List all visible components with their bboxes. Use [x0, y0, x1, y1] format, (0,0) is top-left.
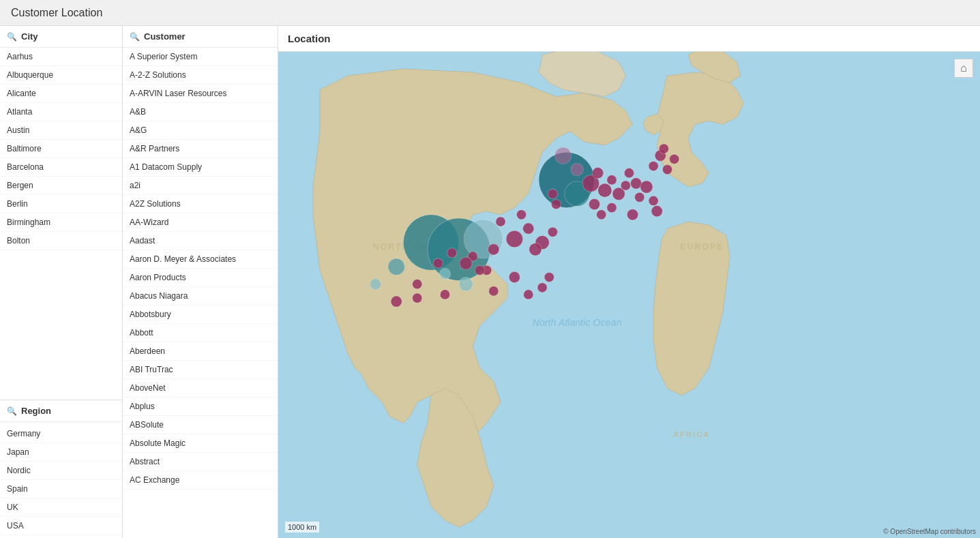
- svg-point-19: [459, 278, 473, 291]
- svg-point-39: [598, 183, 612, 197]
- left-panel: 🔍 City AarhusAlbuquerqueAlicanteAtlantaA…: [0, 26, 123, 538]
- svg-point-40: [607, 175, 617, 185]
- region-filter-list[interactable]: GermanyJapanNordicSpainUKUSA: [0, 422, 122, 538]
- city-list-item[interactable]: Berlin: [0, 195, 122, 213]
- customer-list-item[interactable]: Aaron D. Meyer & Associates: [123, 250, 278, 269]
- svg-point-42: [621, 181, 630, 190]
- city-list-item[interactable]: Austin: [0, 121, 122, 140]
- city-list-item[interactable]: Barcelona: [0, 158, 122, 177]
- customer-list-item[interactable]: AA-Wizard: [123, 213, 278, 232]
- city-list-item[interactable]: Birmingham: [0, 213, 122, 232]
- region-filter-section: 🔍 Region GermanyJapanNordicSpainUKUSA: [0, 400, 122, 538]
- customer-list-item[interactable]: A Superior System: [123, 48, 278, 66]
- customer-list-item[interactable]: Absolute Magic: [123, 434, 278, 453]
- attribution-text: © OpenStreetMap contributors: [883, 528, 976, 535]
- svg-point-34: [433, 258, 443, 268]
- region-search-icon: 🔍: [7, 406, 17, 416]
- customer-list-item[interactable]: ABSolute: [123, 416, 278, 434]
- customer-list-item[interactable]: Abplus: [123, 398, 278, 416]
- customer-list-item[interactable]: Abacus Niagara: [123, 287, 278, 305]
- svg-point-60: [571, 163, 583, 175]
- svg-point-45: [635, 192, 644, 202]
- svg-point-6: [370, 279, 381, 290]
- svg-point-21: [391, 296, 402, 307]
- city-search-icon: 🔍: [7, 32, 17, 42]
- svg-point-50: [597, 210, 606, 220]
- city-filter-list[interactable]: AarhusAlbuquerqueAlicanteAtlantaAustinBa…: [0, 48, 122, 400]
- svg-point-54: [548, 189, 557, 198]
- svg-point-49: [589, 198, 599, 209]
- svg-point-29: [524, 290, 533, 299]
- customer-list-item[interactable]: A-2-Z Solutions: [123, 66, 278, 85]
- svg-point-52: [627, 209, 638, 220]
- city-list-item[interactable]: Baltimore: [0, 140, 122, 158]
- customer-list-item[interactable]: AC Exchange: [123, 471, 278, 490]
- svg-text:EUROPE: EUROPE: [681, 242, 724, 252]
- svg-point-48: [651, 206, 662, 217]
- region-filter-header: 🔍 Region: [0, 400, 122, 422]
- city-filter-header: 🔍 City: [0, 26, 122, 48]
- svg-point-27: [544, 272, 554, 282]
- svg-point-32: [460, 257, 472, 269]
- city-list-item[interactable]: Alicante: [0, 85, 122, 103]
- svg-point-55: [649, 161, 658, 170]
- customer-filter-label: Customer: [144, 31, 185, 42]
- customer-list-item[interactable]: A&G: [123, 121, 278, 140]
- svg-point-51: [607, 203, 617, 213]
- customer-list-item[interactable]: Aberdeen: [123, 342, 278, 361]
- customer-list-item[interactable]: A&B: [123, 103, 278, 121]
- customer-list-item[interactable]: AboveNet: [123, 379, 278, 398]
- map-panel: Location North Atl: [278, 26, 980, 538]
- customer-list-item[interactable]: Abstract: [123, 453, 278, 471]
- svg-point-38: [593, 168, 604, 179]
- city-filter-section: 🔍 City AarhusAlbuquerqueAlicanteAtlantaA…: [0, 26, 122, 400]
- map-content: North Atlantic Ocean NORTH AMERICA EUROP…: [278, 52, 980, 538]
- customer-list-item[interactable]: Abbott: [123, 324, 278, 342]
- svg-point-43: [624, 168, 634, 178]
- city-list-item[interactable]: Albuquerque: [0, 66, 122, 85]
- region-list-item[interactable]: Spain: [0, 480, 122, 498]
- svg-point-17: [488, 244, 499, 255]
- customer-list-item[interactable]: A&R Partners: [123, 140, 278, 158]
- customer-list-item[interactable]: A2Z Solutions: [123, 195, 278, 213]
- region-list-item[interactable]: UK: [0, 498, 122, 517]
- svg-text:North Atlantic Ocean: North Atlantic Ocean: [533, 317, 622, 328]
- svg-point-5: [388, 258, 404, 275]
- map-title: Location: [278, 26, 980, 52]
- customer-list-item[interactable]: ABI TruTrac: [123, 361, 278, 379]
- svg-point-57: [662, 164, 672, 174]
- svg-point-11: [523, 223, 534, 234]
- svg-text:AFRICA: AFRICA: [673, 430, 711, 438]
- svg-point-28: [537, 283, 547, 293]
- city-list-item[interactable]: Aarhus: [0, 48, 122, 66]
- map-svg: North Atlantic Ocean NORTH AMERICA EUROP…: [278, 52, 980, 538]
- customer-list-item[interactable]: A-ARVIN Laser Resources: [123, 85, 278, 103]
- region-filter-label: Region: [21, 406, 51, 416]
- customer-panel: 🔍 Customer A Superior SystemA-2-Z Soluti…: [123, 26, 278, 538]
- region-list-item[interactable]: Nordic: [0, 462, 122, 480]
- svg-point-58: [670, 154, 679, 164]
- map-attribution: © OpenStreetMap contributors: [883, 528, 976, 535]
- home-button[interactable]: ⌂: [954, 59, 973, 78]
- city-list-item[interactable]: Bergen: [0, 177, 122, 195]
- customer-list-item[interactable]: Aaron Products: [123, 269, 278, 287]
- svg-point-16: [548, 227, 557, 237]
- svg-point-33: [447, 248, 457, 258]
- region-list-item[interactable]: USA: [0, 517, 122, 535]
- svg-point-61: [554, 147, 571, 164]
- customer-list-item[interactable]: Aadast: [123, 232, 278, 250]
- customer-search-icon: 🔍: [130, 32, 140, 42]
- svg-point-18: [439, 268, 450, 279]
- svg-point-23: [413, 280, 422, 289]
- customer-list-item[interactable]: Abbotsbury: [123, 305, 278, 324]
- customer-list[interactable]: A Superior SystemA-2-Z SolutionsA-ARVIN …: [123, 48, 278, 538]
- region-list-item[interactable]: Germany: [0, 425, 122, 443]
- customer-list-item[interactable]: a2i: [123, 177, 278, 195]
- customer-list-item[interactable]: A1 Datacom Supply: [123, 158, 278, 177]
- city-list-item[interactable]: Atlanta: [0, 103, 122, 121]
- svg-point-13: [496, 217, 505, 226]
- svg-point-14: [516, 210, 526, 220]
- svg-point-53: [551, 199, 561, 209]
- region-list-item[interactable]: Japan: [0, 443, 122, 462]
- city-list-item[interactable]: Bolton: [0, 232, 122, 250]
